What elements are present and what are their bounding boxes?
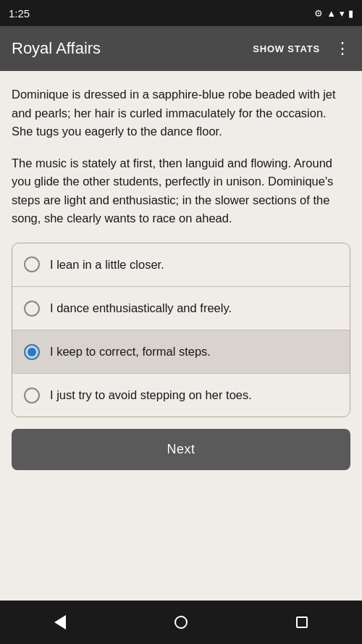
story-paragraph-2: The music is stately at first, then lang… bbox=[12, 154, 350, 228]
recents-icon bbox=[296, 616, 308, 628]
home-button[interactable] bbox=[157, 610, 205, 635]
back-button[interactable] bbox=[37, 609, 83, 635]
radio-3 bbox=[24, 344, 40, 360]
back-icon bbox=[54, 615, 66, 630]
recents-button[interactable] bbox=[279, 611, 325, 634]
story-text: Dominique is dressed in a sapphire-blue … bbox=[12, 85, 350, 228]
choice-label-1: I lean in a little closer. bbox=[50, 256, 164, 273]
choice-label-4: I just try to avoid stepping on her toes… bbox=[50, 387, 252, 403]
choices-container: I lean in a little closer. I dance enthu… bbox=[12, 243, 350, 417]
status-bar: 1:25 ⚙ ▲ ▾ ▮ bbox=[0, 0, 362, 26]
settings-icon: ⚙ bbox=[314, 8, 323, 19]
battery-icon: ▮ bbox=[348, 8, 353, 19]
choice-label-2: I dance enthusiastically and freely. bbox=[50, 300, 232, 317]
spacer bbox=[12, 476, 350, 592]
radio-1 bbox=[24, 256, 40, 272]
app-title: Royal Affairs bbox=[12, 39, 101, 58]
app-bar: Royal Affairs SHOW STATS ⋮ bbox=[0, 26, 362, 71]
status-icons: ⚙ ▲ ▾ ▮ bbox=[314, 8, 353, 19]
choice-item-2[interactable]: I dance enthusiastically and freely. bbox=[12, 287, 350, 330]
choice-item-3[interactable]: I keep to correct, formal steps. bbox=[12, 330, 350, 374]
choice-item-4[interactable]: I just try to avoid stepping on her toes… bbox=[12, 374, 350, 417]
radio-inner-3 bbox=[28, 348, 36, 356]
next-button[interactable]: Next bbox=[12, 429, 350, 470]
status-time: 1:25 bbox=[9, 7, 30, 20]
story-paragraph-1: Dominique is dressed in a sapphire-blue … bbox=[12, 85, 350, 141]
app-bar-actions: SHOW STATS ⋮ bbox=[250, 39, 350, 58]
home-icon bbox=[174, 616, 188, 629]
radio-4 bbox=[24, 388, 40, 403]
wifi-icon: ▾ bbox=[340, 8, 345, 19]
radio-2 bbox=[24, 301, 40, 317]
show-stats-button[interactable]: SHOW STATS bbox=[250, 41, 323, 57]
choice-item-1[interactable]: I lean in a little closer. bbox=[12, 243, 350, 287]
more-options-button[interactable]: ⋮ bbox=[334, 39, 350, 58]
main-content: Dominique is dressed in a sapphire-blue … bbox=[0, 71, 362, 601]
nav-bar bbox=[0, 601, 362, 644]
signal-icon: ▲ bbox=[327, 8, 336, 19]
choice-label-3: I keep to correct, formal steps. bbox=[50, 343, 211, 360]
